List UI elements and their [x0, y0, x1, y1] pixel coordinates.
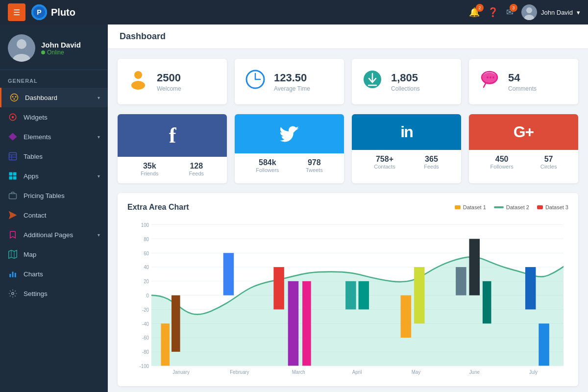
- sidebar-item-label: Map: [24, 251, 36, 258]
- profile-info: John David Online: [41, 41, 81, 56]
- sidebar-item-elements[interactable]: Elements ▾: [0, 127, 108, 147]
- stat-followers: 584k Followers: [256, 158, 279, 173]
- svg-text:40: 40: [144, 265, 149, 270]
- clock-icon: [245, 69, 266, 95]
- svg-point-33: [134, 71, 142, 79]
- stat-value: 584k: [256, 158, 279, 167]
- stat-info: 54 Comments: [508, 72, 537, 92]
- sidebar-item-map[interactable]: Map: [0, 245, 108, 264]
- bar-jan-2: [172, 295, 180, 352]
- messages-button[interactable]: ✉ 3: [506, 7, 514, 18]
- sidebar-item-dashboard[interactable]: Dashboard ▾: [0, 88, 108, 107]
- sidebar-item-contact[interactable]: Contact: [0, 205, 108, 225]
- help-button[interactable]: ❓: [488, 7, 498, 18]
- notifications-button[interactable]: 🔔 2: [469, 7, 480, 18]
- stat-label: Contacts: [374, 164, 395, 170]
- bar-mar-2: [288, 281, 299, 366]
- bar-mar-3: [302, 281, 311, 366]
- stat-label: Followers: [490, 164, 514, 170]
- circle-icon: [8, 112, 18, 122]
- bar-jul-2: [539, 323, 549, 366]
- legend-label-2: Dataset 2: [506, 204, 529, 210]
- sidebar-item-apps[interactable]: Apps ▾: [0, 166, 108, 186]
- google-stats: 450 Followers 57 Circles: [469, 150, 578, 176]
- stat-circles: 57 Circles: [540, 155, 557, 170]
- chevron-down-icon: ▾: [98, 95, 100, 100]
- stat-feeds: 365 Feeds: [424, 155, 439, 170]
- svg-point-14: [12, 116, 14, 119]
- messages-badge: 3: [510, 4, 517, 12]
- svg-point-40: [482, 73, 497, 84]
- linkedin-header: in: [352, 114, 461, 150]
- legend-color-3: [537, 205, 543, 209]
- hamburger-button[interactable]: ☰: [8, 3, 25, 21]
- sidebar-item-label: Pricing Tables: [24, 192, 65, 199]
- user-menu-button[interactable]: John David ▾: [521, 4, 580, 20]
- svg-text:April: April: [352, 369, 362, 374]
- sidebar-item-tables[interactable]: Tables: [0, 147, 108, 166]
- svg-text:July: July: [529, 369, 538, 374]
- linkedin-stats: 758+ Contacts 365 Feeds: [352, 150, 461, 176]
- svg-rect-16: [9, 153, 17, 160]
- sidebar-item-widgets[interactable]: Widgets: [0, 107, 108, 127]
- linkedin-icon: in: [400, 123, 412, 141]
- stat-card-collections: 1,805 Collections: [352, 59, 461, 104]
- chevron-down-icon: ▾: [98, 232, 100, 238]
- twitter-icon: [279, 123, 300, 145]
- stat-label: Circles: [540, 164, 557, 170]
- legend-label-1: Dataset 1: [463, 204, 486, 210]
- chevron-down-icon: ▾: [98, 173, 100, 179]
- svg-marker-15: [9, 133, 17, 140]
- svg-point-42: [487, 76, 489, 78]
- stat-label: Friends: [141, 171, 159, 176]
- stat-info: 123.50 Average Time: [274, 72, 310, 92]
- legend-dataset1: Dataset 1: [455, 204, 486, 210]
- person-icon: [127, 69, 149, 95]
- page-title: Dashboard: [120, 31, 576, 42]
- sidebar-item-label: Elements: [24, 133, 51, 141]
- svg-text:-20: -20: [142, 307, 149, 312]
- sidebar-item-additional-pages[interactable]: Additional Pages ▾: [0, 225, 108, 245]
- stat-card-time: 123.50 Average Time: [235, 59, 344, 104]
- stat-label: Comments: [508, 85, 537, 92]
- sidebar-item-charts[interactable]: Charts: [0, 264, 108, 284]
- chart-header: Extra Area Chart Dataset 1 Dataset 2: [127, 203, 568, 212]
- stat-value: 365: [424, 155, 439, 164]
- send-icon: [8, 210, 18, 220]
- sidebar-item-pricing-tables[interactable]: Pricing Tables: [0, 186, 108, 205]
- user-arrow-icon: ▾: [577, 9, 580, 16]
- bar-may-2: [414, 267, 425, 323]
- stat-tweets: 978 Tweets: [306, 158, 323, 173]
- svg-rect-30: [12, 272, 14, 277]
- google-header: G+: [469, 114, 578, 150]
- bar-jun-2: [469, 239, 480, 295]
- grid-icon: [8, 171, 18, 181]
- svg-text:-60: -60: [142, 335, 149, 341]
- bar-jul-1: [525, 267, 536, 309]
- sidebar-item-settings[interactable]: Settings: [0, 284, 108, 303]
- svg-text:March: March: [292, 369, 305, 374]
- stat-value: 35k: [141, 162, 159, 171]
- stat-label: Welcome: [157, 85, 181, 92]
- area-chart-svg: 100 80 60 40 20 0 -20 -40 -60 -80 -100: [127, 220, 568, 376]
- facebook-stats: 35k Friends 128 Feeds: [118, 157, 227, 183]
- svg-point-43: [490, 76, 491, 78]
- stat-info: 1,805 Collections: [391, 72, 420, 92]
- download-icon: [362, 69, 383, 95]
- chevron-down-icon: ▾: [98, 134, 100, 140]
- sidebar: John David Online General: [0, 24, 108, 392]
- sidebar-item-label: Tables: [24, 153, 43, 160]
- svg-rect-31: [15, 273, 16, 277]
- google-plus-icon: G+: [514, 123, 534, 141]
- bar-jun-3: [483, 281, 491, 323]
- sidebar-item-label: Additional Pages: [24, 231, 73, 239]
- profile-status: Online: [41, 49, 81, 56]
- svg-point-12: [14, 98, 15, 100]
- stat-value: 758+: [374, 155, 395, 164]
- bar-feb-1: [223, 253, 234, 295]
- svg-text:-100: -100: [139, 364, 149, 369]
- legend-color-2: [494, 206, 504, 208]
- chart-section: Extra Area Chart Dataset 1 Dataset 2: [118, 193, 578, 386]
- main-layout: John David Online General: [0, 24, 588, 392]
- sidebar-nav: Dashboard ▾ Widgets: [0, 88, 108, 303]
